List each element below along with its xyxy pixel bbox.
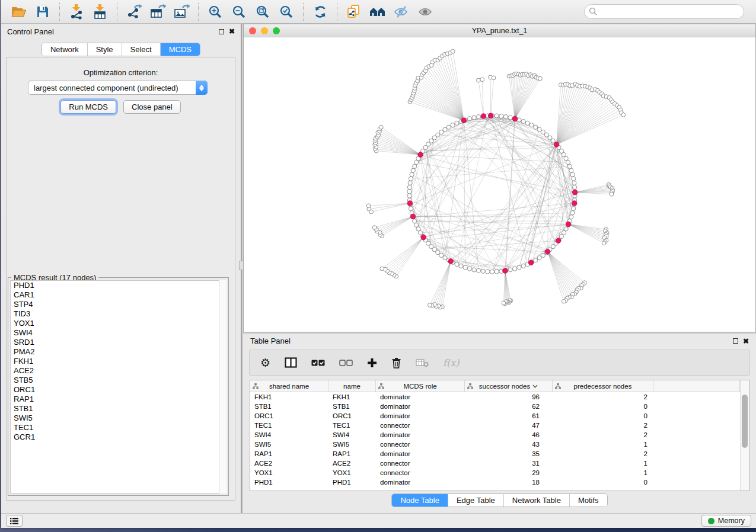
network-node[interactable] [521, 264, 525, 268]
table-cell[interactable]: SWI5 [328, 440, 376, 449]
mcds-result-item[interactable]: ACE2 [11, 366, 226, 376]
fan-node[interactable] [380, 267, 384, 271]
table-cell[interactable]: dominator [376, 430, 465, 440]
mcds-node[interactable] [503, 268, 508, 274]
table-settings-button[interactable]: ⚙ [260, 357, 270, 368]
mcds-result-item[interactable]: YOX1 [11, 319, 226, 328]
column-header-predecessor-nodes[interactable]: predecessor nodes [553, 380, 653, 392]
network-node[interactable] [572, 181, 576, 185]
network-node[interactable] [570, 172, 575, 177]
table-row[interactable]: TEC1TEC1connector472 [250, 421, 740, 430]
network-node[interactable] [534, 125, 538, 129]
network-node[interactable] [455, 121, 459, 125]
mcds-result-item[interactable]: ORC1 [11, 385, 226, 395]
column-header-successor-nodes[interactable]: successor nodes [465, 380, 553, 392]
delete-column-button[interactable] [391, 357, 401, 368]
table-cell[interactable]: 46 [465, 430, 553, 440]
table-row[interactable]: SWI5SWI5connector431 [250, 440, 740, 449]
fan-node[interactable] [379, 125, 383, 129]
zoom-selected-button[interactable] [275, 2, 298, 22]
mcds-result-item[interactable]: RAP1 [11, 395, 226, 404]
float-table-panel-icon[interactable] [733, 338, 738, 344]
table-row[interactable]: RAP1RAP1dominator352 [250, 449, 740, 459]
mcds-result-item[interactable]: TID3 [11, 309, 226, 319]
column-header-shared-name[interactable]: shared name [250, 380, 328, 392]
run-mcds-button[interactable]: Run MCDS [60, 100, 116, 114]
mcds-node[interactable] [556, 238, 561, 243]
table-row[interactable]: PHD1PHD1dominator180 [250, 477, 740, 487]
export-network-button[interactable] [122, 2, 146, 22]
zoom-fit-button[interactable] [251, 2, 275, 22]
fan-node[interactable] [428, 303, 432, 307]
hide-selected-button[interactable] [390, 2, 413, 22]
network-node[interactable] [459, 264, 463, 268]
memory-button[interactable]: Memory [701, 515, 751, 527]
network-node[interactable] [508, 116, 512, 120]
network-node[interactable] [413, 164, 417, 168]
table-cell[interactable]: dominator [376, 392, 465, 402]
network-node[interactable] [567, 164, 572, 168]
column-header-name[interactable]: name [328, 380, 376, 392]
mcds-list-scrollbar[interactable] [219, 280, 227, 493]
mcds-result-item[interactable]: STB5 [11, 376, 226, 385]
network-node[interactable] [570, 211, 575, 215]
table-row[interactable]: STB1STB1dominator620 [250, 402, 740, 411]
mcds-result-item[interactable]: FKH1 [11, 357, 226, 366]
table-cell[interactable]: 18 [465, 477, 553, 487]
table-cell[interactable]: ORC1 [250, 411, 328, 421]
network-node[interactable] [416, 227, 420, 231]
export-table-button[interactable] [146, 2, 170, 22]
criterion-select[interactable]: largest connected component (undirected) [28, 81, 208, 95]
network-node[interactable] [414, 160, 419, 164]
network-node[interactable] [573, 185, 577, 189]
table-row[interactable]: ORC1ORC1dominator610 [250, 411, 740, 421]
split-view-button[interactable] [285, 357, 297, 368]
mcds-node[interactable] [461, 118, 467, 123]
network-node[interactable] [455, 262, 459, 266]
mcds-result-item[interactable]: SWI4 [11, 328, 226, 338]
window-close-icon[interactable] [249, 27, 256, 34]
network-node[interactable] [512, 267, 516, 271]
table-cell[interactable]: dominator [376, 402, 465, 411]
network-node[interactable] [407, 194, 412, 198]
network-node[interactable] [411, 168, 415, 172]
network-node[interactable] [495, 270, 499, 274]
table-cell[interactable]: 0 [553, 477, 653, 487]
mcds-node[interactable] [572, 201, 577, 206]
table-row[interactable]: SWI4SWI4dominator462 [250, 430, 740, 440]
table-cell[interactable]: 1 [553, 459, 653, 468]
table-cell[interactable]: ORC1 [328, 411, 376, 421]
mcds-node[interactable] [566, 222, 571, 227]
float-panel-icon[interactable] [219, 29, 224, 34]
fan-node[interactable] [562, 299, 566, 303]
tab-motifs[interactable]: Motifs [570, 494, 607, 507]
select-all-button[interactable] [311, 359, 325, 367]
mcds-node[interactable] [418, 152, 423, 158]
task-history-button[interactable] [6, 515, 23, 527]
table-cell[interactable]: SWI4 [250, 430, 328, 440]
table-cell[interactable]: TEC1 [250, 421, 328, 430]
table-cell[interactable]: SWI4 [328, 430, 376, 440]
fan-node[interactable] [538, 76, 543, 81]
network-node[interactable] [472, 116, 476, 120]
table-cell[interactable]: dominator [376, 411, 465, 421]
network-node[interactable] [517, 265, 521, 270]
mcds-result-item[interactable]: SRD1 [11, 338, 226, 347]
zoom-in-button[interactable] [203, 2, 227, 22]
mcds-result-item[interactable]: STB1 [11, 404, 226, 414]
table-cell[interactable]: 2 [553, 421, 653, 430]
window-maximize-icon[interactable] [273, 27, 280, 34]
table-cell[interactable]: connector [376, 440, 465, 449]
table-cell[interactable]: 96 [465, 392, 553, 402]
tab-node-table[interactable]: Node Table [392, 494, 448, 507]
network-node[interactable] [521, 119, 525, 123]
network-node[interactable] [566, 160, 570, 164]
tab-select[interactable]: Select [122, 43, 161, 56]
network-node[interactable] [472, 268, 476, 272]
table-cell[interactable]: 1 [553, 468, 653, 477]
scrollbar-thumb[interactable] [742, 395, 748, 448]
network-node[interactable] [467, 117, 471, 121]
network-node[interactable] [446, 125, 451, 129]
table-cell[interactable]: STB1 [250, 402, 328, 411]
fan-node[interactable] [366, 204, 371, 208]
